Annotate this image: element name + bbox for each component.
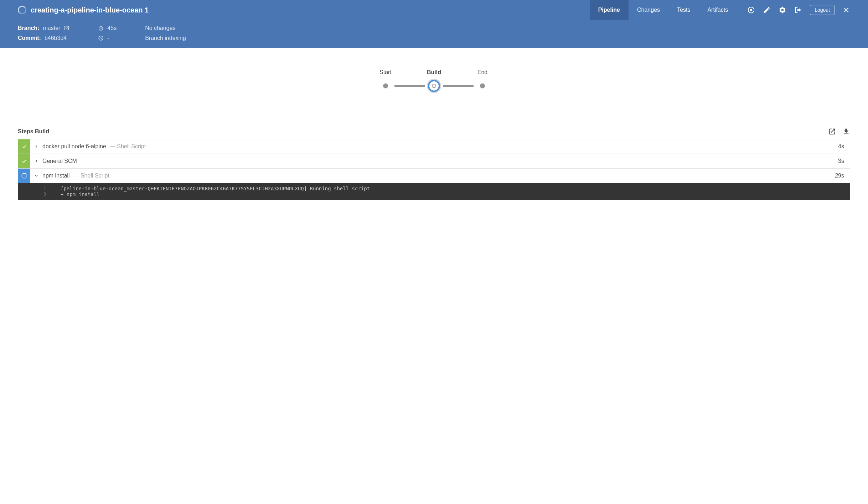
download-icon[interactable] [842,128,850,135]
step-name: docker pull node:6-alpine [42,143,106,150]
step-time: 4s [838,143,850,150]
gear-icon[interactable] [779,6,786,14]
branch-label: Branch: [18,25,39,31]
branch-value: master [43,25,60,31]
console-output: 1[peline-in-blue-ocean_master-QHFKIFNIE7… [18,183,850,200]
console-line: 2+ npm install [18,191,850,197]
cause-value: Branch indexing [145,35,186,41]
step-type: — Shell Script [73,173,109,179]
step-row[interactable]: General SCM3s [18,154,850,169]
chevron-right-icon[interactable] [30,144,42,149]
stage-node-start[interactable] [377,83,394,88]
tab-tests[interactable]: Tests [668,0,699,20]
step-time: 3s [838,158,850,164]
step-type: — Shell Script [110,143,146,150]
check-icon [18,154,30,168]
external-link-icon[interactable] [64,25,69,31]
duration-info: 45s [98,25,117,31]
elapsed-info: - [98,35,117,41]
rerun-icon[interactable] [747,6,755,14]
tab-pipeline[interactable]: Pipeline [590,0,629,20]
console-line: 1[peline-in-blue-ocean_master-QHFKIFNIE7… [18,186,850,191]
svg-rect-1 [750,9,752,11]
stage-view: StartBuildEnd [0,48,868,128]
exit-icon[interactable] [794,6,802,14]
chevron-right-icon[interactable] [30,159,42,164]
changes-value: No changes [145,25,175,31]
step-row[interactable]: npm install— Shell Script29s [18,168,850,183]
title-text: creating-a-pipeline-in-blue-ocean 1 [31,6,149,14]
cause-info: Branch indexing [145,35,186,41]
step-name: General SCM [42,158,77,164]
step-row[interactable]: docker pull node:6-alpine— Shell Script4… [18,139,850,154]
edit-icon[interactable] [763,6,771,14]
stage-connector [443,85,474,87]
step-name: npm install [42,173,69,179]
stopwatch-icon [98,25,104,31]
running-icon [18,169,30,183]
branch-info: Branch: master [18,25,69,31]
stage-label-build: Build [425,69,443,76]
commit-info: Commit: b46b3d4 [18,35,69,41]
tab-artifacts[interactable]: Artifacts [699,0,737,20]
commit-label: Commit: [18,35,41,41]
chevron-down-icon[interactable] [30,173,42,178]
tab-changes[interactable]: Changes [629,0,668,20]
commit-value: b46b3d4 [45,35,67,41]
stage-connector [394,85,425,87]
close-icon[interactable] [842,6,850,14]
check-icon [18,139,30,154]
stage-label-end: End [474,69,491,76]
open-log-icon[interactable] [828,128,836,135]
status-running-icon [18,6,26,14]
page-title: creating-a-pipeline-in-blue-ocean 1 [18,6,149,14]
steps-title: Steps Build [18,128,49,135]
stage-node-build[interactable] [425,80,443,92]
duration-value: 45s [107,25,117,31]
clock-icon [98,35,104,41]
logout-button[interactable]: Logout [810,5,835,15]
step-time: 29s [835,173,850,179]
elapsed-value: - [107,35,109,41]
changes-info: No changes [145,25,186,31]
stage-label-start: Start [377,69,394,76]
stage-node-end[interactable] [474,83,491,88]
